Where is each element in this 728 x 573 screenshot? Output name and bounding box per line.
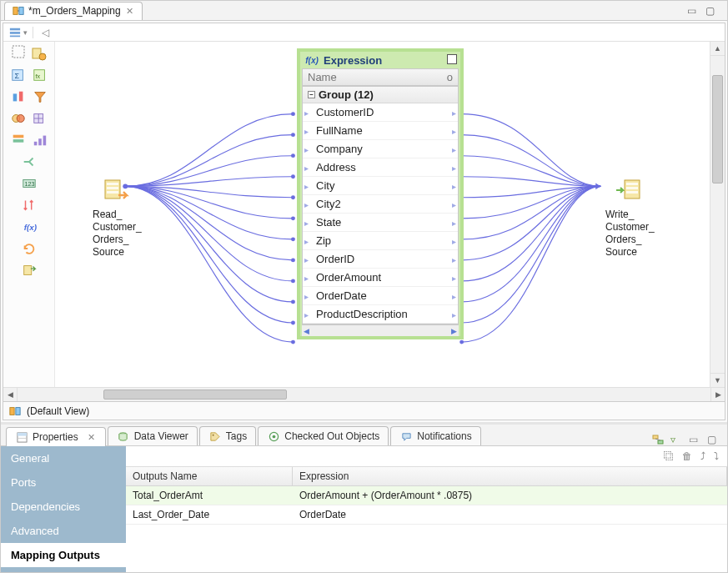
tab-close-icon[interactable]: ✕ — [86, 432, 97, 443]
expression-hscrollbar[interactable]: ◀ ▶ — [302, 324, 459, 336]
mapping-canvas[interactable]: Read_ Customer_ Orders_ Source Write_ C — [55, 42, 710, 387]
vscroll-thumb[interactable] — [712, 75, 723, 183]
palette-joiner-icon[interactable] — [10, 110, 27, 127]
expression-port[interactable]: ▸City2▸ — [303, 195, 458, 214]
editor-tab-title: *m_Orders_Mapping — [28, 5, 121, 17]
palette-union-icon[interactable]: f(x) — [21, 219, 38, 235]
svg-rect-67 — [653, 435, 658, 439]
svg-text:fx: fx — [35, 73, 40, 80]
canvas-vertical-scrollbar[interactable]: ▲ ▼ — [710, 42, 725, 387]
svg-point-7 — [39, 53, 46, 60]
table-row[interactable]: Total_OrderAmt OrderAmount + (OrderAmoun… — [126, 486, 727, 505]
canvas-horizontal-scrollbar[interactable]: ◀ ▶ — [3, 387, 725, 401]
editor-tab-m-orders-mapping[interactable]: *m_Orders_Mapping ✕ — [4, 2, 143, 20]
expression-port[interactable]: ▸State▸ — [303, 214, 458, 232]
expression-port[interactable]: ▸City▸ — [303, 177, 458, 195]
scroll-left-icon[interactable]: ◀ — [304, 327, 309, 335]
svg-rect-0 — [13, 8, 18, 15]
svg-rect-57 — [626, 187, 638, 189]
node-write-customer-orders-source[interactable]: Write_ Customer_ Orders_ Source — [605, 175, 655, 259]
sidebar-item-ports[interactable]: Ports — [1, 470, 126, 495]
palette-rank-icon[interactable] — [32, 132, 48, 148]
expression-group-header[interactable]: − Group (12) — [303, 87, 458, 103]
link-editor-icon[interactable] — [652, 434, 664, 445]
palette-filter-icon[interactable] — [32, 88, 48, 105]
sidebar-item-dependencies[interactable]: Dependencies — [1, 495, 126, 519]
sidebar-item-mapping-outputs[interactable]: Mapping Outputs — [1, 543, 126, 567]
view-status-bar: (Default View) — [3, 401, 725, 420]
expression-port[interactable]: ▸ProductDescription▸ — [303, 305, 458, 324]
expression-port[interactable]: ▸CustomerID▸ — [303, 103, 458, 122]
expression-port[interactable]: ▸OrderID▸ — [303, 250, 458, 269]
minimize-panel-icon[interactable]: ▭ — [689, 434, 700, 445]
view-label[interactable]: (Default View) — [27, 405, 89, 417]
sidebar-item-advanced[interactable]: Advanced — [1, 519, 126, 543]
svg-point-34 — [291, 258, 295, 262]
maximize-icon[interactable]: ▢ — [705, 5, 717, 17]
palette-sequence-icon[interactable]: 123 — [21, 175, 38, 192]
minimize-icon[interactable]: ▭ — [687, 5, 699, 17]
palette-normalizer-icon[interactable] — [10, 132, 27, 148]
copy-icon[interactable]: ⿻ — [664, 450, 674, 462]
view-menu-icon[interactable]: ▿ — [670, 434, 682, 445]
palette-marquee-icon[interactable] — [12, 45, 25, 58]
expression-port[interactable]: ▸Company▸ — [303, 140, 458, 158]
palette-aggregator-icon[interactable]: Σ — [10, 67, 27, 83]
scroll-down-icon[interactable]: ▼ — [710, 373, 725, 387]
source-node-icon — [102, 175, 132, 205]
editor-tab-close[interactable]: ✕ — [124, 6, 135, 17]
port-label: FullName — [316, 124, 363, 137]
maximize-panel-icon[interactable]: ▢ — [707, 434, 719, 445]
svg-point-30 — [291, 174, 295, 178]
hscroll-thumb[interactable] — [103, 390, 287, 400]
tab-data-viewer[interactable]: Data Viewer — [108, 426, 198, 445]
table-row[interactable]: Last_Order_Date OrderDate — [126, 505, 727, 525]
port-label: OrderID — [316, 253, 354, 265]
palette-router-icon[interactable] — [21, 153, 38, 170]
palette-source-icon[interactable] — [30, 45, 47, 62]
export-icon[interactable]: ⤴ — [700, 450, 705, 462]
tab-checked-out-objects[interactable]: Checked Out Objects — [258, 426, 389, 445]
tab-tags[interactable]: Tags — [199, 426, 256, 445]
view-mode-icon[interactable] — [8, 26, 22, 39]
transformation-expression[interactable]: f(x) Expression Name o − Group (12) — [297, 48, 464, 339]
scroll-right-icon[interactable]: ▶ — [710, 388, 725, 401]
node-read-customer-orders-source[interactable]: Read_ Customer_ Orders_ Source — [93, 175, 142, 259]
nav-left-icon[interactable]: ◁ — [38, 26, 52, 39]
import-icon[interactable]: ⤵ — [714, 450, 719, 462]
palette-target-icon[interactable] — [21, 262, 38, 279]
dropdown-arrow-icon[interactable]: ▾ — [23, 28, 28, 37]
expression-port[interactable]: ▸OrderAmount▸ — [303, 269, 458, 287]
svg-rect-3 — [10, 32, 20, 34]
expression-titlebar[interactable]: f(x) Expression — [300, 52, 460, 68]
expression-port[interactable]: ▸OrderDate▸ — [303, 287, 458, 305]
scroll-left-icon[interactable]: ◀ — [3, 388, 18, 401]
expression-port[interactable]: ▸Address▸ — [303, 158, 458, 177]
delete-icon[interactable]: 🗑 — [682, 450, 692, 462]
column-outputs-name[interactable]: Outputs Name — [126, 467, 293, 485]
expression-port[interactable]: ▸FullName▸ — [303, 122, 458, 140]
view-icon — [8, 405, 22, 418]
port-label: CustomerID — [316, 106, 374, 118]
tab-properties[interactable]: Properties ✕ — [6, 427, 106, 446]
column-expression[interactable]: Expression — [293, 467, 727, 485]
cell-output-expression: OrderDate — [293, 505, 727, 524]
scroll-up-icon[interactable]: ▲ — [710, 42, 725, 56]
table-header: Outputs Name Expression — [126, 467, 727, 486]
data-viewer-icon — [117, 430, 130, 443]
svg-point-33 — [291, 237, 295, 241]
palette-sorter-icon[interactable] — [21, 197, 38, 214]
scroll-right-icon[interactable]: ▶ — [451, 327, 457, 335]
svg-rect-68 — [658, 440, 663, 444]
palette-lookup-icon[interactable] — [32, 110, 48, 127]
svg-point-66 — [272, 435, 275, 438]
sidebar-item-general[interactable]: General — [1, 446, 126, 470]
palette-data-icon[interactable] — [10, 88, 27, 105]
iconify-toggle[interactable] — [447, 54, 457, 64]
svg-point-36 — [291, 300, 295, 304]
tab-notifications[interactable]: Notifications — [390, 426, 480, 445]
expression-port[interactable]: ▸Zip▸ — [303, 232, 458, 250]
collapse-icon[interactable]: − — [308, 91, 315, 98]
palette-update-icon[interactable] — [21, 240, 38, 257]
palette-expression-icon[interactable]: fx — [32, 67, 48, 83]
